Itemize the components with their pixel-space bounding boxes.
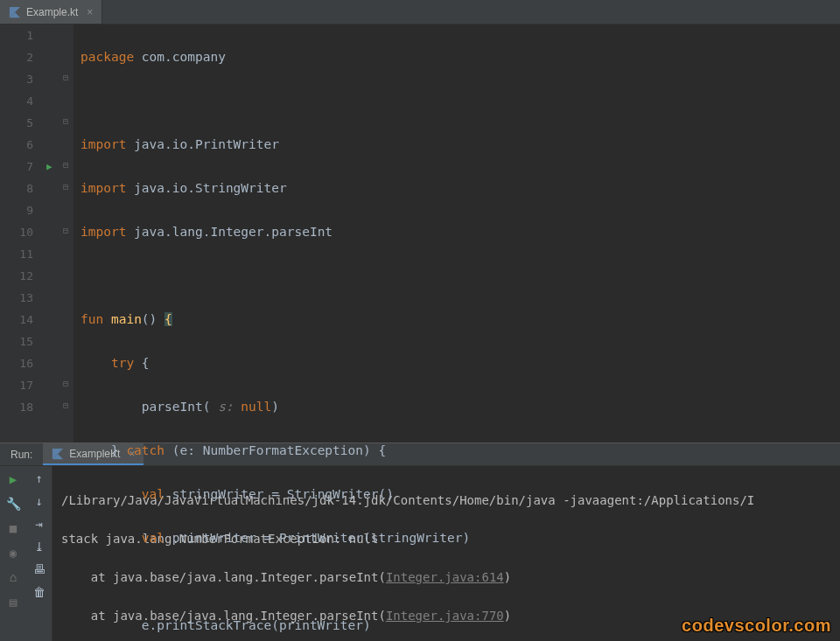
kotlin-file-icon bbox=[52, 448, 64, 460]
line-number: 11 bbox=[0, 243, 33, 265]
editor-tab[interactable]: Example.kt × bbox=[0, 0, 102, 24]
code-token: java.lang.Integer.parseInt bbox=[126, 225, 332, 239]
fold-handle-icon[interactable]: ⊟ bbox=[63, 226, 68, 235]
editor[interactable]: 1 2 3 4 5 6 7 8 9 10 11 12 13 14 15 16 1… bbox=[0, 24, 840, 442]
line-number: 2 bbox=[0, 46, 33, 68]
fold-handle-icon[interactable]: ⊟ bbox=[63, 379, 68, 388]
code-token: fun bbox=[80, 312, 103, 326]
line-number: 10 bbox=[0, 221, 33, 243]
code-token: try bbox=[111, 356, 134, 370]
parameter-hint: s: bbox=[210, 400, 241, 414]
code-token: val bbox=[142, 531, 164, 545]
code-token: val bbox=[142, 487, 164, 501]
run-toolbar-secondary: ↑ ↓ ⇥ ⤓ 🖶 🗑 bbox=[26, 466, 52, 641]
code-token: ) bbox=[271, 400, 279, 414]
line-number: 16 bbox=[0, 352, 33, 374]
run-panel-title: Run: bbox=[0, 449, 43, 461]
code-token: parseInt( bbox=[80, 400, 210, 414]
run-gutter: ▶ bbox=[44, 24, 61, 442]
line-number: 6 bbox=[0, 134, 33, 156]
line-number: 12 bbox=[0, 265, 33, 287]
run-line-icon[interactable]: ▶ bbox=[46, 161, 52, 172]
line-number-gutter: 1 2 3 4 5 6 7 8 9 10 11 12 13 14 15 16 1… bbox=[0, 24, 44, 442]
editor-tab-bar: Example.kt × bbox=[0, 0, 840, 24]
code-token: } bbox=[80, 443, 126, 457]
scroll-end-icon[interactable]: ⤓ bbox=[34, 540, 45, 554]
line-number: 15 bbox=[0, 331, 33, 352]
code-token: import bbox=[80, 137, 126, 151]
code-token: import bbox=[80, 181, 126, 195]
layout-icon[interactable]: ▤ bbox=[5, 594, 21, 610]
line-number: 3 bbox=[0, 68, 33, 90]
line-number: 17 bbox=[0, 374, 33, 396]
code-token: package bbox=[80, 50, 134, 64]
line-number: 5 bbox=[0, 112, 33, 134]
kotlin-file-icon bbox=[9, 6, 21, 18]
fold-handle-icon[interactable]: ⊟ bbox=[63, 160, 68, 170]
code-area[interactable]: package com.company import java.io.Print… bbox=[74, 24, 840, 442]
fold-gutter: ⊟ ⊟ ⊟ ⊟ ⊟ ⊟ ⊟ bbox=[61, 24, 74, 442]
code-token: { bbox=[134, 356, 149, 370]
code-token: main bbox=[111, 312, 142, 326]
line-number: 1 bbox=[0, 24, 33, 46]
wrench-icon[interactable]: 🔧 bbox=[5, 496, 21, 512]
line-number: 13 bbox=[0, 287, 33, 309]
soft-wrap-icon[interactable]: ⇥ bbox=[35, 517, 42, 531]
line-number: 14 bbox=[0, 309, 33, 331]
stop-icon[interactable]: ■ bbox=[5, 520, 21, 536]
fold-handle-icon[interactable]: ⊟ bbox=[63, 116, 68, 126]
code-token: stringWriter = StringWriter() bbox=[164, 487, 394, 501]
code-token: e.printStackTrace(printWriter) bbox=[80, 618, 371, 632]
fold-handle-icon[interactable]: ⊟ bbox=[63, 182, 68, 192]
code-token: (e: NumberFormatException) { bbox=[164, 443, 386, 457]
code-token: () bbox=[142, 312, 164, 326]
code-token: null bbox=[241, 400, 271, 414]
line-number: 8 bbox=[0, 178, 33, 199]
rerun-icon[interactable]: ▶ bbox=[5, 471, 21, 487]
code-token: { bbox=[164, 312, 172, 326]
code-token: java.io.PrintWriter bbox=[126, 137, 279, 151]
camera-icon[interactable]: ◉ bbox=[5, 545, 21, 561]
line-number: 4 bbox=[0, 90, 33, 112]
code-token: import bbox=[80, 225, 126, 239]
line-number: 18 bbox=[0, 396, 33, 418]
print-icon[interactable]: 🖶 bbox=[33, 562, 46, 576]
fold-handle-icon[interactable]: ⊟ bbox=[63, 401, 68, 410]
up-icon[interactable]: ↑ bbox=[35, 471, 42, 485]
watermark: codevscolor.com bbox=[682, 616, 831, 636]
fold-handle-icon[interactable]: ⊟ bbox=[63, 73, 68, 82]
run-toolbar-primary: ▶ 🔧 ■ ◉ ⌂ ▤ bbox=[0, 466, 26, 641]
tab-filename: Example.kt bbox=[26, 6, 78, 18]
trash-icon[interactable]: 🗑 bbox=[33, 585, 46, 599]
code-token: com.company bbox=[134, 50, 226, 64]
down-icon[interactable]: ↓ bbox=[35, 494, 42, 508]
code-token: catch bbox=[126, 443, 164, 457]
code-token: java.io.StringWriter bbox=[126, 181, 286, 195]
line-number: 7 bbox=[0, 156, 33, 178]
line-number: 9 bbox=[0, 199, 33, 221]
close-icon[interactable]: × bbox=[87, 6, 93, 18]
bug-icon[interactable]: ⌂ bbox=[5, 569, 21, 585]
code-token: printWriter = PrintWriter(stringWriter) bbox=[164, 531, 470, 545]
